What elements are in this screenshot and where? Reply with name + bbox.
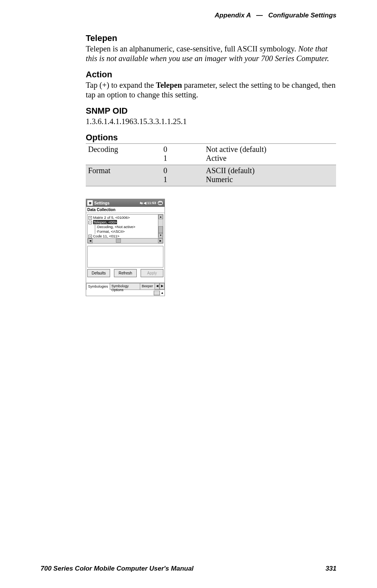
header-appendix: Appendix A	[215, 12, 251, 19]
panel-title: Data Collection	[86, 207, 165, 213]
action-title: Action	[86, 70, 336, 80]
table-row: Format 0 1 ASCII (default) Numeric	[86, 165, 336, 186]
option-name: Format	[86, 165, 161, 186]
collapse-icon[interactable]: −	[88, 221, 92, 224]
sip-caret-icon[interactable]: ▲	[161, 291, 164, 295]
titlebar: ⊞ Settings ⇆ ◀ 11:53 ok	[86, 199, 165, 207]
header-section: Configurable Settings	[268, 12, 336, 19]
tree-item-matrix25[interactable]: +Matrix 2 of 5, <01006>	[88, 215, 157, 220]
tree-item-telepen[interactable]: −Telepen, <00>	[88, 220, 157, 225]
action-text: Tap (+) to expand the Telepen parameter,…	[86, 80, 336, 100]
action-bold: Telepen	[156, 81, 182, 89]
defaults-button[interactable]: Defaults	[87, 269, 110, 277]
tree-label: Format, <ASCII>	[97, 229, 125, 233]
footer-manual-title: 700 Series Color Mobile Computer User's …	[41, 565, 194, 573]
horizontal-scrollbar[interactable]: ◀ ▶	[88, 238, 163, 243]
page-footer: 700 Series Color Mobile Computer User's …	[41, 565, 336, 573]
clock-text: 11:53	[147, 201, 156, 205]
expand-icon[interactable]: +	[88, 216, 92, 220]
telepen-title: Telepen	[86, 33, 336, 43]
header-sep: —	[256, 12, 263, 19]
options-table: Decoding 0 1 Not active (default) Active…	[86, 143, 336, 186]
system-tray: ⇆ ◀ 11:53	[140, 201, 156, 205]
tab-beeper[interactable]: Beeper	[140, 283, 155, 290]
edit-area[interactable]	[87, 246, 163, 268]
tree-item-format[interactable]: ┊·Format, <ASCII>	[88, 229, 157, 234]
telepen-description: Telepen is an alphanumeric, case-sensiti…	[86, 44, 336, 63]
start-icon[interactable]: ⊞	[87, 200, 93, 206]
tab-symbologies[interactable]: Symbologies	[86, 283, 110, 290]
snmp-title: SNMP OID	[86, 106, 336, 116]
tab-scroll-right-icon[interactable]: ▶	[160, 283, 165, 290]
connectivity-icon[interactable]: ⇆	[140, 201, 143, 205]
option-values: 0 1	[161, 165, 204, 186]
speaker-icon[interactable]: ◀	[144, 201, 146, 205]
tree-label: Matrix 2 of 5, <01006>	[93, 215, 130, 220]
option-name: Decoding	[86, 144, 161, 165]
table-row: Decoding 0 1 Not active (default) Active	[86, 144, 336, 165]
page-content: Telepen Telepen is an alphanumeric, case…	[86, 30, 336, 296]
snmp-oid: 1.3.6.1.4.1.1963.15.3.3.1.1.25.1	[86, 117, 336, 126]
option-values: 0 1	[161, 144, 204, 165]
device-screenshot: ⊞ Settings ⇆ ◀ 11:53 ok Data Collection …	[86, 199, 165, 296]
footer-page-number: 331	[326, 565, 336, 573]
window-title: Settings	[94, 201, 140, 205]
sip-bar: ▲	[86, 290, 165, 296]
tree-label: Telepen, <00>	[93, 220, 117, 224]
scroll-thumb[interactable]	[158, 226, 163, 233]
tab-scroll-left-icon[interactable]: ◀	[155, 283, 160, 290]
tree-label: Code 11, <011>	[93, 234, 119, 238]
expand-icon[interactable]: +	[88, 235, 92, 238]
button-row: Defaults Refresh Apply	[87, 269, 163, 277]
options-title: Options	[86, 133, 336, 143]
scroll-left-icon[interactable]: ◀	[88, 239, 93, 243]
page-header: Appendix A — Configurable Settings	[215, 12, 336, 19]
refresh-button[interactable]: Refresh	[114, 269, 137, 277]
option-meanings: Not active (default) Active	[204, 144, 336, 165]
ok-button[interactable]: ok	[157, 200, 163, 206]
telepen-desc-plain: Telepen is an alphanumeric, case-sensiti…	[86, 44, 298, 53]
tree-item-decoding[interactable]: ┊·Decoding, <Not active>	[88, 225, 157, 229]
tree-label: Decoding, <Not active>	[97, 225, 136, 229]
option-meanings: ASCII (default) Numeric	[204, 165, 336, 186]
scroll-thumb[interactable]	[116, 239, 121, 243]
tab-scroll-arrows: ◀ ▶	[155, 283, 165, 290]
scroll-up-icon[interactable]: ▲	[158, 215, 163, 219]
tab-symbology-options[interactable]: Symbology Options	[110, 283, 140, 290]
action-pre: Tap (+) to expand the	[86, 81, 156, 89]
apply-button: Apply	[141, 269, 163, 277]
vertical-scrollbar[interactable]: ▲ ▼	[158, 215, 163, 238]
tab-bar: Symbologies Symbology Options Beeper ◀ ▶	[86, 283, 165, 290]
keyboard-icon[interactable]	[154, 291, 160, 295]
scroll-track[interactable]	[93, 239, 158, 243]
tree-panel: +Matrix 2 of 5, <01006> −Telepen, <00> ┊…	[87, 214, 163, 244]
scroll-down-icon[interactable]: ▼	[158, 233, 163, 238]
scroll-right-icon[interactable]: ▶	[158, 239, 163, 243]
tree-list[interactable]: +Matrix 2 of 5, <01006> −Telepen, <00> ┊…	[88, 215, 158, 238]
